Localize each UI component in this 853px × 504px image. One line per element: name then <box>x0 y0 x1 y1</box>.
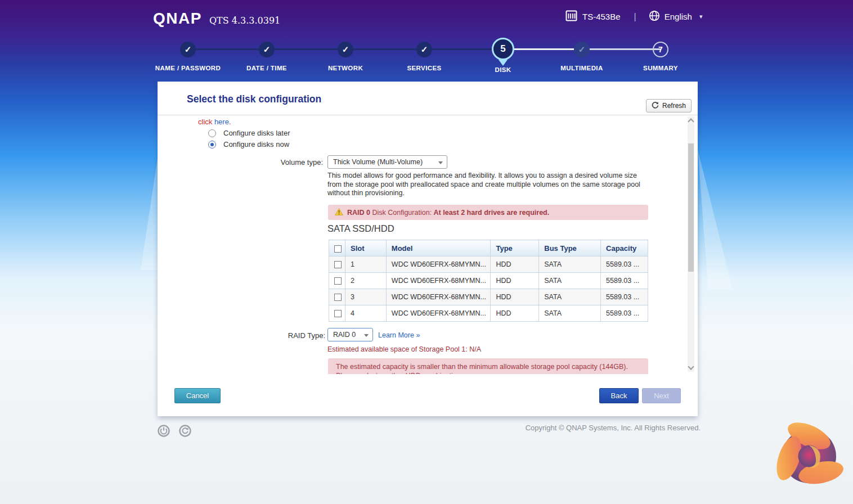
check-icon: ✓ <box>180 42 196 57</box>
scrollbar-thumb[interactable] <box>688 143 694 272</box>
brand: QNAP QTS 4.3.3.0391 <box>153 10 280 28</box>
table-row[interactable]: 1 WDC WD60EFRX-68MYMN... HDD SATA 5589.0… <box>329 256 648 273</box>
globe-icon <box>649 10 660 23</box>
raid-type-select[interactable]: RAID 0 <box>327 328 373 341</box>
radio-label: Configure disks later <box>223 129 290 137</box>
decorative-ray-right <box>698 150 733 289</box>
step-disk-current[interactable]: 5 DISK <box>464 34 542 67</box>
language-selector[interactable]: English <box>665 12 692 21</box>
warning-mid: Disk Configuration: <box>370 209 434 217</box>
back-button[interactable]: Back <box>599 388 639 403</box>
here-link[interactable]: here <box>214 118 229 126</box>
decorative-ray-left <box>141 151 159 270</box>
restart-icon[interactable] <box>179 425 191 439</box>
vertical-scrollbar[interactable] <box>688 116 694 372</box>
check-icon: ✓ <box>416 42 432 57</box>
step-date-time[interactable]: ✓ DATE / TIME <box>227 34 306 57</box>
raid-level: RAID 0 <box>347 209 370 217</box>
device-model: TS-453Be <box>582 12 621 21</box>
step-summary[interactable]: 7 SUMMARY <box>621 34 700 57</box>
chevron-down-icon[interactable]: ▾ <box>699 13 703 20</box>
next-button-disabled[interactable]: Next <box>642 388 681 403</box>
estimated-space-text: Estimated available space of Storage Poo… <box>327 345 481 353</box>
table-row[interactable]: 4 WDC WD60EFRX-68MYMN... HDD SATA 5589.0… <box>329 305 648 322</box>
row-checkbox[interactable] <box>334 310 342 317</box>
chevron-down-icon <box>364 334 369 337</box>
qts-setup-wizard-page: QNAP QTS 4.3.3.0391 TS-453Be | English ▾… <box>0 0 853 504</box>
volume-type-value: Thick Volume (Multi-Volume) <box>333 158 423 166</box>
swirl-watermark-logo <box>767 413 851 501</box>
step-label: SUMMARY <box>621 65 700 71</box>
qts-version: QTS 4.3.3.0391 <box>209 15 280 26</box>
col-slot: Slot <box>345 240 386 256</box>
nas-device-icon <box>565 10 577 23</box>
copyright-text: Copyright © QNAP Systems, Inc. All Right… <box>526 424 701 432</box>
chevron-down-icon <box>438 161 443 164</box>
header-divider: | <box>634 12 636 22</box>
warning-requirement: At least 2 hard drives are required. <box>434 209 550 217</box>
volume-type-select[interactable]: Thick Volume (Multi-Volume) <box>327 155 447 169</box>
page-title: Select the disk configuration <box>187 93 321 105</box>
scroll-down-arrow-icon[interactable] <box>688 363 694 370</box>
step-label: NAME / PASSWORD <box>149 65 227 71</box>
cancel-button[interactable]: Cancel <box>174 388 221 403</box>
step-multimedia[interactable]: ✓ MULTIMEDIA <box>542 34 621 57</box>
col-model: Model <box>386 240 491 256</box>
col-capacity: Capacity <box>601 240 648 256</box>
row-checkbox[interactable] <box>334 261 342 268</box>
table-title: SATA SSD/HDD <box>327 223 394 234</box>
current-step-pin <box>499 60 508 66</box>
step-label: MULTIMEDIA <box>542 65 621 71</box>
step-network[interactable]: ✓ NETWORK <box>306 34 385 57</box>
refresh-icon <box>652 101 659 110</box>
qnap-logo: QNAP <box>153 10 202 28</box>
click-text: click <box>198 118 214 126</box>
raid-warning-banner: RAID 0 Disk Configuration: At least 2 ha… <box>328 205 648 220</box>
warning-icon <box>335 208 343 217</box>
step-services[interactable]: ✓ SERVICES <box>385 34 464 57</box>
learn-more-link[interactable]: Learn More » <box>378 331 420 339</box>
radio-icon-unchecked[interactable] <box>208 129 216 137</box>
step-label: DATE / TIME <box>227 65 306 71</box>
header-right: TS-453Be | English ▾ <box>565 10 702 23</box>
radio-icon-checked[interactable] <box>208 141 216 148</box>
raid-type-label: RAID Type: <box>246 331 325 340</box>
scrollable-content: click here. Configure disks later Config… <box>158 115 698 374</box>
table-row[interactable]: 3 WDC WD60EFRX-68MYMN... HDD SATA 5589.0… <box>329 289 648 305</box>
row-checkbox[interactable] <box>334 294 342 301</box>
period: . <box>229 118 231 126</box>
radio-configure-later[interactable]: Configure disks later <box>208 129 290 137</box>
scroll-up-arrow-icon[interactable] <box>688 118 694 124</box>
volume-type-description: This model allows for good performance a… <box>327 172 653 198</box>
col-type: Type <box>491 240 539 256</box>
radio-label: Configure disks now <box>223 140 289 148</box>
check-icon: ✓ <box>574 42 590 57</box>
click-here-line: click here. <box>198 118 231 126</box>
step-label: NETWORK <box>306 65 385 71</box>
check-icon: ✓ <box>338 42 353 57</box>
step-label: DISK <box>464 66 542 73</box>
row-checkbox[interactable] <box>334 277 342 285</box>
power-icon[interactable] <box>158 425 170 439</box>
wizard-steps: ✓ NAME / PASSWORD ✓ DATE / TIME ✓ NETWOR… <box>0 34 853 79</box>
step-name-password[interactable]: ✓ NAME / PASSWORD <box>149 34 227 57</box>
step-number: 7 <box>653 42 668 57</box>
capacity-warning-banner: The estimated capacity is smaller than t… <box>328 358 648 374</box>
check-icon: ✓ <box>259 42 275 57</box>
radio-configure-now[interactable]: Configure disks now <box>208 140 289 148</box>
panel-header: Select the disk configuration Refresh <box>158 82 698 115</box>
table-header-row: Slot Model Type Bus Type Capacity <box>329 240 648 256</box>
disk-table: Slot Model Type Bus Type Capacity 1 WDC … <box>329 240 648 322</box>
col-bus-type: Bus Type <box>539 240 601 256</box>
current-step-number: 5 <box>492 38 514 60</box>
step-label: SERVICES <box>385 65 464 71</box>
volume-type-label: Volume type: <box>242 158 323 166</box>
raid-type-value: RAID 0 <box>333 331 356 339</box>
refresh-label: Refresh <box>662 102 686 110</box>
table-row[interactable]: 2 WDC WD60EFRX-68MYMN... HDD SATA 5589.0… <box>329 273 648 289</box>
disk-config-panel: Select the disk configuration Refresh cl… <box>158 82 698 416</box>
select-all-checkbox[interactable] <box>334 245 342 253</box>
refresh-button[interactable]: Refresh <box>646 99 692 112</box>
